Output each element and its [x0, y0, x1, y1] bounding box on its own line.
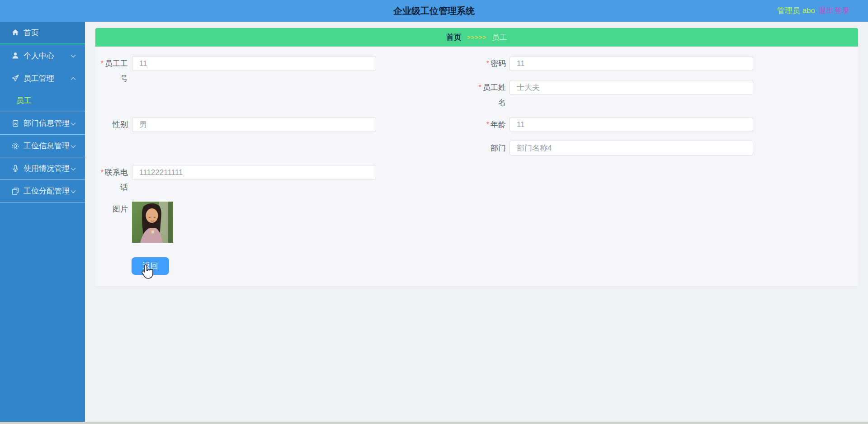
required-marker: * [486, 60, 489, 67]
sidebar-item-label: 工位信息管理 [24, 141, 70, 151]
employee-no-label: *员工工号 [96, 56, 128, 86]
required-marker: * [479, 84, 481, 91]
admin-user-link[interactable]: 管理员 abo [777, 0, 815, 22]
employee-detail-card: 首页 >>>>> 员工 *员工工号 *密码 *员工姓名 性别 *年龄 部门 *联… [95, 28, 858, 287]
home-icon [11, 28, 19, 37]
app-header: 企业级工位管理系统 管理员 abo 退出登录 [0, 0, 868, 22]
department-label: 部门 [474, 141, 506, 155]
page-title: 企业级工位管理系统 [0, 0, 868, 22]
sidebar-item-label: 部门信息管理 [24, 118, 70, 128]
sidebar-item-label: 使用情况管理 [24, 163, 70, 174]
sidebar-subitem-label: 员工 [16, 95, 32, 106]
user-icon [11, 52, 19, 60]
employee-name-label: *员工姓名 [474, 80, 506, 110]
chevron-down-icon [71, 141, 76, 151]
sidebar: 首页 个人中心 员工管理 员工 部门信息管理 工位信 [0, 22, 85, 424]
employee-name-input[interactable] [509, 80, 753, 95]
sidebar-item-label: 工位分配管理 [24, 186, 70, 196]
back-button[interactable]: 返回 [132, 257, 169, 275]
sidebar-item-department-info[interactable]: 部门信息管理 [0, 112, 85, 135]
sidebar-item-label: 首页 [24, 28, 39, 38]
send-icon [11, 74, 19, 82]
password-input[interactable] [509, 56, 753, 71]
breadcrumb-separator-icon: >>>>> [467, 34, 486, 41]
copy-icon [11, 187, 19, 195]
gender-label: 性别 [96, 117, 128, 132]
breadcrumb-home[interactable]: 首页 [446, 32, 462, 42]
breadcrumb-current: 员工 [492, 32, 507, 42]
target-icon [11, 142, 19, 150]
department-input[interactable] [509, 141, 753, 155]
phone-label: *联系电话 [96, 165, 128, 195]
sidebar-item-workstation-info[interactable]: 工位信息管理 [0, 135, 85, 157]
required-marker: * [101, 169, 104, 176]
employee-photo[interactable] [132, 202, 173, 243]
horizontal-scrollbar[interactable] [0, 422, 868, 424]
logout-link[interactable]: 退出登录 [819, 0, 849, 22]
phone-input[interactable] [132, 165, 376, 180]
sidebar-item-usage-management[interactable]: 使用情况管理 [0, 157, 85, 180]
required-marker: * [486, 121, 489, 128]
photo-label: 图片 [96, 202, 128, 217]
chevron-down-icon [71, 51, 76, 60]
mic-icon [11, 165, 19, 173]
sidebar-item-workstation-assignment[interactable]: 工位分配管理 [0, 180, 85, 203]
sidebar-subitem-employee[interactable]: 员工 [0, 90, 85, 112]
employee-no-input[interactable] [132, 56, 376, 71]
gender-input[interactable] [132, 117, 376, 132]
sidebar-item-label: 员工管理 [24, 73, 54, 84]
age-input[interactable] [509, 117, 753, 132]
chevron-down-icon [71, 119, 76, 128]
chevron-up-icon [71, 74, 76, 83]
chevron-down-icon [71, 187, 76, 196]
required-marker: * [101, 60, 104, 67]
sidebar-item-label: 个人中心 [24, 51, 54, 61]
sidebar-item-home[interactable]: 首页 [0, 22, 85, 44]
password-label: *密码 [474, 56, 506, 71]
notebook-icon [11, 119, 19, 127]
sidebar-item-employee-management[interactable]: 员工管理 [0, 67, 85, 90]
breadcrumb: 首页 >>>>> 员工 [95, 28, 858, 47]
sidebar-item-personal-center[interactable]: 个人中心 [0, 44, 85, 67]
age-label: *年龄 [474, 117, 506, 132]
chevron-down-icon [71, 164, 76, 173]
